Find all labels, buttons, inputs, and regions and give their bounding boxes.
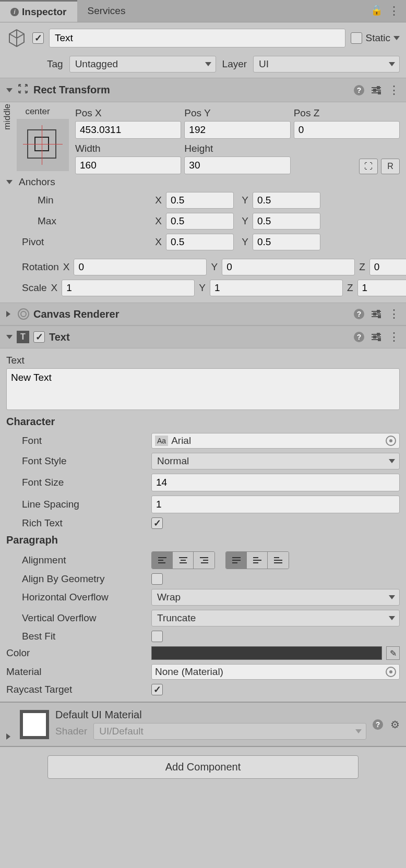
min-label: Min xyxy=(6,195,147,206)
help-icon[interactable]: ? xyxy=(354,85,364,95)
object-picker-icon[interactable] xyxy=(386,667,396,677)
h-align-group xyxy=(151,551,215,569)
font-aa-icon: Aa xyxy=(155,436,168,446)
material-field[interactable]: None (Material) xyxy=(151,664,400,680)
posx-input[interactable] xyxy=(75,121,181,139)
hoverflow-label: Horizontal Overflow xyxy=(6,592,147,603)
linespacing-input[interactable] xyxy=(151,496,400,513)
height-label: Height xyxy=(184,142,290,155)
lock-icon[interactable]: 🔒 xyxy=(371,4,383,18)
voverflow-dropdown[interactable]: Truncate xyxy=(151,610,400,626)
raw-edit-button[interactable]: R xyxy=(381,159,400,174)
color-field[interactable] xyxy=(151,646,382,660)
shader-dropdown[interactable]: UI/Default xyxy=(93,723,366,740)
preset-icon[interactable] xyxy=(372,87,381,93)
canvas-renderer-header[interactable]: Canvas Renderer ? ⋮ xyxy=(0,303,406,326)
align-left-button[interactable] xyxy=(152,552,173,569)
component-menu-icon[interactable]: ⋮ xyxy=(388,307,400,321)
linespacing-label: Line Spacing xyxy=(6,499,147,510)
scale-x[interactable] xyxy=(62,280,195,296)
static-dropdown-icon[interactable] xyxy=(393,36,400,40)
pivot-x[interactable] xyxy=(166,234,234,250)
align-right-button[interactable] xyxy=(194,552,214,569)
anchor-top-label: center xyxy=(6,106,69,119)
rot-y[interactable] xyxy=(222,259,355,275)
anchor-min-x[interactable] xyxy=(166,192,234,209)
object-picker-icon[interactable] xyxy=(386,436,396,446)
eyedropper-icon[interactable]: ✎ xyxy=(386,646,400,660)
alignbygeom-checkbox[interactable] xyxy=(151,573,163,585)
rotation-label: Rotation xyxy=(6,261,59,273)
font-field[interactable]: AaArial xyxy=(151,433,400,449)
raycast-checkbox[interactable] xyxy=(151,684,163,695)
anchors-foldout-icon[interactable] xyxy=(6,180,13,184)
width-label: Width xyxy=(75,142,181,155)
text-value-input[interactable]: New Text xyxy=(6,368,400,410)
voverflow-label: Vertical Overflow xyxy=(6,612,147,624)
align-bottom-button[interactable] xyxy=(268,552,289,569)
material-foldout-icon[interactable] xyxy=(6,733,14,740)
rect-transform-header[interactable]: Rect Transform ? ⋮ xyxy=(0,78,406,102)
raycast-label: Raycast Target xyxy=(6,684,147,695)
posy-input[interactable] xyxy=(184,121,290,139)
tab-inspector-label: Inspector xyxy=(22,6,67,18)
height-input[interactable] xyxy=(184,156,290,174)
text-enabled-checkbox[interactable] xyxy=(33,331,45,343)
foldout-icon xyxy=(6,88,13,92)
help-icon[interactable]: ? xyxy=(354,332,364,342)
text-component-title: Text xyxy=(49,331,350,343)
text-component-header[interactable]: T Text ? ⋮ xyxy=(0,326,406,348)
align-center-button[interactable] xyxy=(173,552,194,569)
static-checkbox[interactable] xyxy=(351,32,362,44)
tab-inspector[interactable]: i Inspector xyxy=(0,0,77,22)
pivot-label: Pivot xyxy=(6,236,147,248)
help-icon[interactable]: ? xyxy=(373,719,383,730)
scale-z[interactable] xyxy=(357,280,406,296)
anchor-left-label: middle xyxy=(2,104,13,130)
hoverflow-dropdown[interactable]: Wrap xyxy=(151,589,400,606)
shader-label: Shader xyxy=(55,726,87,737)
align-middle-button[interactable] xyxy=(247,552,268,569)
tag-dropdown[interactable]: Untagged xyxy=(69,56,216,73)
paragraph-label: Paragraph xyxy=(6,531,400,549)
richtext-checkbox[interactable] xyxy=(151,517,163,529)
add-component-button[interactable]: Add Component xyxy=(47,755,359,779)
fontsize-label: Font Size xyxy=(6,477,147,488)
canvas-renderer-title: Canvas Renderer xyxy=(33,308,350,320)
gameobject-name-input[interactable] xyxy=(49,29,345,47)
blueprint-mode-button[interactable]: ⛶ xyxy=(359,159,378,174)
scale-y[interactable] xyxy=(210,280,343,296)
scale-label: Scale xyxy=(6,282,47,294)
bestfit-checkbox[interactable] xyxy=(151,631,163,642)
layer-dropdown[interactable]: UI xyxy=(253,56,400,73)
align-top-button[interactable] xyxy=(226,552,247,569)
enabled-checkbox[interactable] xyxy=(32,32,44,44)
anchor-max-x[interactable] xyxy=(166,213,234,230)
component-menu-icon[interactable]: ⋮ xyxy=(388,330,400,344)
rect-transform-icon xyxy=(17,82,29,98)
help-icon[interactable]: ? xyxy=(354,309,364,319)
tab-services[interactable]: Services xyxy=(77,0,136,22)
rot-x[interactable] xyxy=(74,259,207,275)
tab-menu-icon[interactable]: ⋮ xyxy=(388,4,400,18)
material-preview xyxy=(20,710,49,739)
component-menu-icon[interactable]: ⋮ xyxy=(388,83,400,97)
posz-input[interactable] xyxy=(294,121,400,139)
posy-label: Pos Y xyxy=(184,106,290,120)
rot-z[interactable] xyxy=(369,259,406,275)
gear-icon[interactable]: ⚙ xyxy=(390,718,400,731)
tag-label: Tag xyxy=(47,58,63,70)
preset-icon[interactable] xyxy=(372,311,381,317)
anchor-max-y[interactable] xyxy=(253,213,320,230)
anchor-preset-button[interactable] xyxy=(17,119,69,171)
width-input[interactable] xyxy=(75,156,181,174)
text-icon: T xyxy=(17,331,29,343)
pivot-y[interactable] xyxy=(253,234,320,250)
preset-icon[interactable] xyxy=(372,334,381,340)
foldout-icon xyxy=(6,311,14,317)
anchor-min-y[interactable] xyxy=(253,192,320,209)
fontsize-input[interactable] xyxy=(151,474,400,491)
canvas-renderer-icon xyxy=(18,308,29,320)
fontstyle-dropdown[interactable]: Normal xyxy=(151,453,400,469)
max-label: Max xyxy=(6,215,147,227)
